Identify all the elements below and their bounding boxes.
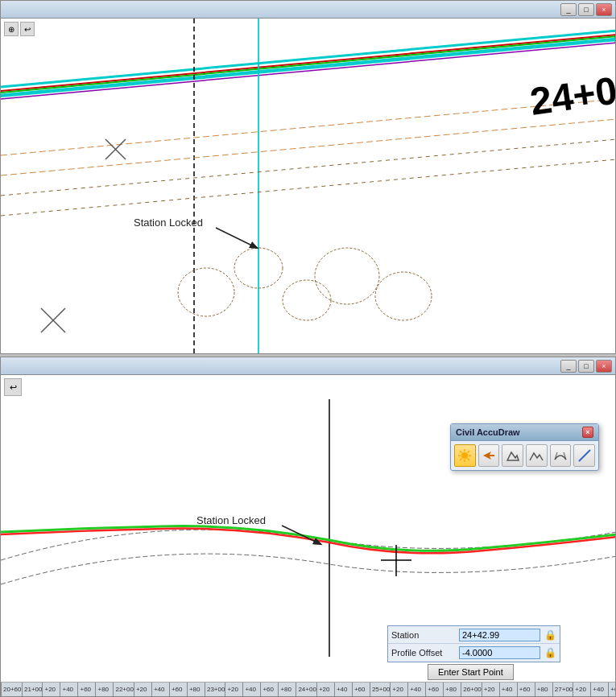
bottom-minimize-btn[interactable]: _ [560,360,577,373]
scale-tick-27: +20 [482,683,499,696]
station-input[interactable] [459,629,540,641]
bottom-toolbar: ↩ [4,378,22,396]
top-canvas: ⊕ ↩ [1,19,615,353]
bottom-canvas: ↩ Civil AccuDraw × [1,375,615,696]
scale-tick-15: +60 [260,683,278,696]
svg-point-13 [178,268,234,316]
top-drawing: 24+00 Station Locked [1,19,615,353]
scale-tick-3: +20 [42,683,60,696]
scale-tick-33: +40 [590,683,608,696]
bottom-toolbar-icon[interactable]: ↩ [4,378,22,396]
scale-tick-23: +40 [407,683,425,696]
svg-point-17 [283,280,331,320]
svg-line-5 [1,40,615,97]
bottom-window: _ □ × ↩ Civil AccuDraw × [0,357,616,697]
top-window: _ □ × ⊕ ↩ [0,0,616,354]
profile-offset-label: Profile Offset [391,648,456,658]
scale-tick-10: +60 [169,683,187,696]
scale-tick-30: +80 [535,683,552,696]
scale-tick-29: +60 [517,683,535,696]
scale-tick-8: +20 [134,683,151,696]
scale-bar: 20+60 21+00 +20 +40 +60 +80 22+00 +20 +4… [1,682,615,696]
scale-tick-2: 21+00 [22,683,42,696]
bottom-close-btn[interactable]: × [596,360,612,373]
station-label: Station [391,630,456,640]
scale-tick-13: +20 [225,683,242,696]
svg-line-9 [1,99,615,155]
svg-point-15 [315,248,379,304]
scale-tick-14: +40 [242,683,260,696]
scale-tick-32: +20 [573,683,590,696]
scale-tick-19: +40 [334,683,352,696]
top-maximize-btn[interactable]: □ [578,3,594,16]
svg-line-2 [1,35,615,91]
svg-point-16 [375,272,432,320]
enter-start-point-btn[interactable]: Enter Start Point [428,664,514,680]
profile-offset-input[interactable] [459,646,540,659]
data-fields-panel: Station 🔒 Profile Offset 🔒 [387,625,560,662]
scale-tick-34: +60 [608,683,615,696]
svg-text:Station Locked: Station Locked [196,514,266,526]
scale-tick-11: +80 [187,683,205,696]
svg-line-4 [1,39,615,95]
scale-tick-31: 27+00 [552,683,573,696]
svg-line-1 [1,31,615,87]
svg-line-0 [1,43,615,99]
svg-text:Station Locked: Station Locked [134,217,203,229]
scale-tick-21: 25+00 [370,683,390,696]
scale-tick-7: 22+00 [113,683,133,696]
scale-tick-12: 23+00 [205,683,225,696]
top-minimize-btn[interactable]: _ [560,3,577,16]
scale-tick-26: 26+00 [461,683,481,696]
scale-tick-20: +60 [352,683,370,696]
scale-tick-5: +60 [77,683,95,696]
scale-tick-18: +20 [316,683,334,696]
bottom-title-bar: _ □ × [1,357,615,375]
station-lock-icon[interactable]: 🔒 [544,629,556,641]
svg-text:24+00: 24+00 [527,66,615,123]
top-title-bar: _ □ × [1,1,615,19]
svg-line-3 [1,36,615,93]
scale-tick-16: +80 [278,683,296,696]
top-close-btn[interactable]: × [596,3,612,16]
profile-offset-row: Profile Offset 🔒 [388,644,560,662]
scale-tick-6: +80 [95,683,113,696]
profile-offset-lock-icon[interactable]: 🔒 [544,646,556,659]
scale-tick-17: 24+00 [296,683,316,696]
scale-tick-25: +80 [443,683,461,696]
scale-tick-24: +60 [425,683,443,696]
svg-line-24 [216,228,257,248]
bottom-maximize-btn[interactable]: □ [578,360,594,373]
scale-tick-4: +40 [60,683,77,696]
scale-tick-28: +40 [499,683,517,696]
scale-tick-1: 20+60 [1,683,22,696]
station-row: Station 🔒 [388,626,560,644]
scale-tick-22: +20 [390,683,407,696]
scale-tick-9: +40 [151,683,169,696]
